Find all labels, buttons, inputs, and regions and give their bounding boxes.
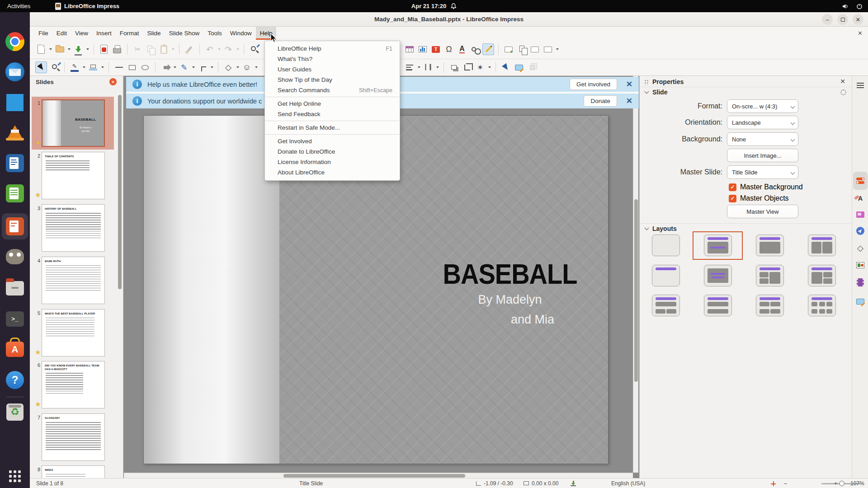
ellipse-icon[interactable] (139, 61, 151, 73)
dock-item-files[interactable] (5, 278, 25, 299)
tab-shapes[interactable]: ◇ (854, 242, 866, 254)
help-menu-search-commands[interactable]: Search CommandsShift+Escape (265, 85, 400, 95)
dock-item-gimp[interactable] (5, 246, 25, 267)
new-document-dropdown[interactable] (48, 43, 52, 55)
donate-button[interactable]: Donate (584, 95, 617, 107)
layout-title-two-content[interactable] (808, 235, 836, 256)
tab-animation[interactable] (854, 277, 866, 288)
dock-item-help[interactable]: ? (5, 370, 25, 390)
align-objects-dropdown[interactable] (417, 61, 421, 73)
line-color-icon[interactable]: ✎ (69, 61, 80, 73)
tab-styles[interactable]: A (854, 192, 866, 204)
tab-gallery[interactable] (854, 209, 866, 221)
panel-grip-icon[interactable] (644, 80, 649, 85)
help-menu-get-involved[interactable]: Get Involved (265, 136, 400, 146)
rename-slide-icon[interactable] (529, 43, 541, 55)
hyperlink-icon[interactable] (469, 43, 481, 55)
close-document-icon[interactable]: ✕ (858, 27, 863, 40)
image-filter-dropdown[interactable] (487, 61, 491, 73)
save-dropdown[interactable] (85, 43, 90, 55)
shadow-icon[interactable] (448, 61, 460, 73)
help-menu-show-tip[interactable]: Show Tip of the Day (265, 75, 400, 85)
insert-text-box-icon[interactable]: T (430, 43, 442, 55)
layout-title-content-2content[interactable] (808, 265, 836, 286)
edit-points-icon[interactable] (500, 61, 512, 73)
layout-title-content-2content-bottom[interactable] (652, 295, 680, 316)
language-status[interactable]: English (USA) (611, 479, 645, 488)
slide-byline-1[interactable]: By Madelyn (410, 293, 609, 307)
vertical-scrollbar[interactable] (633, 76, 638, 473)
select-icon[interactable] (35, 61, 47, 73)
slide-byline-2[interactable]: and Mia (433, 313, 632, 327)
symbol-shapes-icon[interactable]: ☺ (241, 61, 253, 73)
dock-item-writer[interactable] (5, 153, 25, 174)
restore-button[interactable] (837, 14, 848, 25)
layout-title-big-content[interactable] (756, 235, 784, 256)
slide-thumbnail-2[interactable]: TABLE OF CONTENTS (42, 152, 105, 199)
basic-shapes-icon[interactable]: ◇ (222, 61, 234, 73)
new-slide-icon[interactable]: + (503, 43, 514, 55)
layout-title-2rows[interactable] (704, 295, 732, 316)
fill-color-icon[interactable] (87, 61, 99, 73)
background-dropdown[interactable]: None (727, 132, 798, 146)
slide-layout-icon[interactable] (542, 43, 554, 55)
menu-insert[interactable]: Insert (92, 27, 116, 40)
help-menu-libreoffice-help[interactable]: LibreOffice HelpF1 (265, 43, 400, 54)
slide-thumbnail-8[interactable]: INDEX (42, 465, 105, 478)
curve-icon[interactable]: ✎ (178, 61, 190, 73)
dock-item-trash[interactable]: ♻ (5, 402, 25, 422)
open-icon[interactable] (54, 43, 66, 55)
menu-format[interactable]: Format (116, 27, 143, 40)
open-dropdown[interactable] (67, 43, 71, 55)
dock-item-impress[interactable] (5, 216, 25, 237)
rectangle-icon[interactable] (126, 61, 138, 73)
horizontal-scrollbar[interactable] (124, 473, 633, 478)
crop-icon[interactable] (461, 61, 473, 73)
slides-panel-close-icon[interactable]: ✕ (109, 78, 117, 85)
find-and-replace-icon[interactable] (248, 43, 260, 55)
get-involved-button[interactable]: Get involved (570, 79, 617, 90)
fontwork-icon[interactable]: A (456, 43, 468, 55)
layout-title-only[interactable] (652, 265, 680, 286)
interaction-icon[interactable] (513, 61, 525, 73)
export-pdf-icon[interactable] (98, 43, 110, 55)
properties-close-icon[interactable]: ✕ (840, 78, 845, 85)
image-filter-icon[interactable]: ✶ (474, 61, 486, 73)
special-character-icon[interactable]: Ω (443, 43, 455, 55)
zoom-level-status[interactable]: 107% (850, 479, 864, 488)
menu-slide-show[interactable]: Slide Show (165, 27, 204, 40)
dock-item-vlc[interactable] (5, 122, 25, 142)
help-menu-whats-this[interactable]: What's This? (265, 54, 400, 64)
curve-dropdown[interactable] (191, 61, 195, 73)
insert-image-button[interactable]: Insert Image... (727, 149, 798, 162)
new-document-icon[interactable] (35, 43, 47, 55)
tab-master-slides[interactable] (854, 259, 866, 271)
layout-title-2content-content[interactable] (756, 265, 784, 286)
help-menu-user-guides[interactable]: User Guides (265, 64, 400, 75)
focused-app-menu[interactable]: LibreOffice Impress (55, 0, 119, 12)
slide-thumbnail-7[interactable]: GLOSSARY (42, 413, 105, 461)
master-objects-checkbox[interactable]: ✓ Master Objects (729, 194, 789, 202)
format-dropdown[interactable]: On-scre... w (4:3) (727, 99, 798, 113)
show-draw-functions-icon[interactable] (482, 43, 494, 55)
master-view-button[interactable]: Master View (727, 205, 798, 218)
dock-item-vscode[interactable] (5, 92, 25, 113)
dock-item-terminal[interactable]: >_ (5, 309, 25, 329)
help-menu-send-feedback[interactable]: Send Feedback (265, 109, 400, 119)
menu-file[interactable]: File (34, 27, 52, 40)
system-status-area[interactable] (842, 0, 863, 12)
fit-slide-icon[interactable] (771, 481, 776, 486)
master-background-checkbox[interactable]: ✓ Master Background (729, 183, 803, 191)
window-title-bar[interactable]: Mady_and_Mia_Baseball.pptx - LibreOffice… (30, 12, 868, 27)
horizontal-scrollbar-thumb[interactable] (283, 474, 465, 478)
dock-item-ubuntu-software[interactable]: A (5, 339, 25, 360)
slide-thumbnail-6[interactable]: DID YOU KNOW EVERY BASEBALL TEAM HAS A M… (42, 361, 105, 408)
fill-color-dropdown[interactable] (100, 61, 104, 73)
activities-button[interactable]: Activities (7, 0, 30, 12)
line-color-dropdown[interactable] (82, 61, 86, 73)
zoom-icon[interactable] (48, 61, 60, 73)
tab-properties[interactable] (854, 175, 866, 187)
layout-centered-text[interactable] (704, 265, 732, 286)
zoom-out-icon[interactable]: – (784, 479, 787, 488)
layout-blank[interactable] (652, 235, 680, 256)
